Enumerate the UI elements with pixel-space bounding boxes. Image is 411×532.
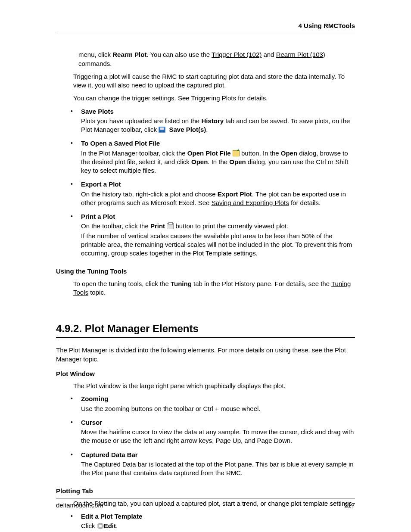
bullet-cursor: • Cursor Move the hairline cursor to vie… [71,418,355,449]
heading-plot-window: Plot Window [56,370,355,378]
link-trigger-plot-102[interactable]: Trigger Plot (102) [212,51,262,58]
section-intro: The Plot Manager is divided into the fol… [56,346,355,364]
open-file-icon [233,150,240,156]
plot-window-intro: The Plot window is the large right pane … [73,382,355,390]
heading-plot-manager-elements: 4.9.2. Plot Manager Elements [56,322,355,338]
bullet-title: Print a Plot [81,212,355,221]
page-footer: deltamotion.com 217 [56,498,355,510]
tuning-para: To open the tuning tools, click the Tuni… [73,280,355,297]
footer-page-number: 217 [344,501,355,510]
trigger-settings-para: You can change the trigger settings. See… [73,94,355,103]
link-rearm-plot-103[interactable]: Rearm Plot (103) [276,51,325,58]
bullet-edit-template: • Edit a Plot Template Click Edit. [71,512,355,532]
bullet-title: Export a Plot [81,180,355,189]
link-triggering-plots[interactable]: Triggering Plots [191,94,237,102]
bullet-save-plots: • Save Plots Plots you have uploaded are… [71,107,355,138]
link-saving-exporting-plots[interactable]: Saving and Exporting Plots [212,199,289,206]
page-header: 4 Using RMCTools [56,22,355,33]
page-content: 4 Using RMCTools menu, click Rearm Plot.… [0,0,411,532]
bullet-title: Save Plots [81,107,355,116]
footer-site: deltamotion.com [56,501,103,510]
bullet-export-plot: • Export a Plot On the history tab, righ… [71,180,355,211]
bullet-captured-data-bar: • Captured Data Bar The Captured Data ba… [71,451,355,481]
bullet-title: To Open a Saved Plot File [81,139,355,148]
trigger-explain-para: Triggering a plot will cause the RMC to … [73,72,355,90]
bullet-zooming: • Zooming Use the zooming buttons on the… [71,395,355,417]
print-icon [167,223,174,229]
save-icon [159,127,165,133]
gear-icon [97,523,104,529]
heading-tuning-tools: Using the Tuning Tools [56,267,355,276]
bullet-open-plot-file: • To Open a Saved Plot File In the Plot … [71,139,355,178]
heading-plotting-tab: Plotting Tab [56,487,355,495]
continued-paragraph: menu, click Rearm Plot. You can also use… [78,50,355,68]
bullet-print-plot: • Print a Plot On the toolbar, click the… [71,212,355,261]
